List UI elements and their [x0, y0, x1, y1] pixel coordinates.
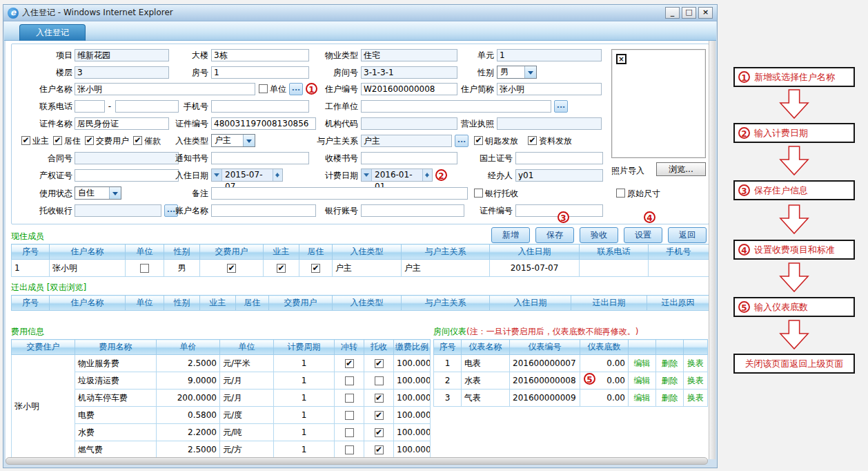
meter-delete-link[interactable]: 删除 — [662, 376, 678, 385]
down-arrow-icon — [778, 319, 810, 351]
room-no-input[interactable]: 1 — [211, 66, 309, 79]
reside-checkbox[interactable] — [53, 136, 62, 145]
material-issue-checkbox[interactable] — [528, 136, 537, 145]
fee-chongzhuan-checkbox[interactable] — [345, 411, 354, 420]
photo-browse-button[interactable]: 浏览... — [656, 162, 706, 176]
work-unit-browse-button[interactable]: ... — [554, 100, 568, 113]
checkin-date-picker[interactable]: 2015-07-07 — [211, 169, 283, 182]
fee-row[interactable]: 机动车停车费 200.0000 元/月 1 100.000 — [12, 390, 431, 407]
member-payer-checkbox[interactable] — [227, 264, 236, 273]
fee-row[interactable]: 水费 2.2000 元/吨 1 100.000 — [12, 424, 431, 441]
key-issue-checkbox[interactable] — [474, 136, 483, 145]
fee-tuoshou-checkbox[interactable] — [375, 445, 384, 454]
fee-chongzhuan-checkbox[interactable] — [345, 376, 354, 385]
meter-edit-link[interactable]: 编辑 — [634, 376, 651, 385]
close-button[interactable]: × — [698, 7, 713, 19]
notice-no-input[interactable] — [211, 152, 309, 164]
work-unit-input[interactable] — [361, 100, 551, 113]
vertical-scrollbar[interactable] — [709, 41, 716, 459]
current-member-row[interactable]: 1 张小明 男 户主 户主 2015-07-07 — [12, 260, 709, 277]
business-license-label: 营业执照 — [443, 117, 494, 130]
meter-row[interactable]: 1 电表 201600000007 0.00 编辑 删除 换表 — [434, 355, 708, 372]
owner-checkbox[interactable] — [21, 136, 30, 145]
meter-swap-link[interactable]: 换表 — [687, 358, 704, 368]
fee-chongzhuan-checkbox[interactable] — [345, 445, 354, 454]
cert-no-input[interactable]: 480031197008130856 — [211, 117, 316, 130]
bank-collect-checkbox[interactable] — [474, 189, 483, 198]
unit-input[interactable]: 1 — [497, 49, 602, 61]
minimize-button[interactable]: _ — [665, 7, 680, 19]
householder-rel-input[interactable]: 户主 — [361, 135, 452, 147]
accept-button[interactable]: 验收 — [580, 227, 618, 243]
dunning-checkbox[interactable] — [133, 136, 142, 145]
fee-tuoshou-checkbox[interactable] — [375, 394, 384, 403]
land-cert-no-input[interactable] — [515, 152, 603, 164]
operator-label: 经办人 — [456, 169, 513, 182]
meter-edit-link[interactable]: 编辑 — [634, 358, 651, 368]
step-4-number: 4 — [738, 244, 750, 256]
meter-edit-link[interactable]: 编辑 — [634, 393, 651, 403]
meter-swap-link[interactable]: 换表 — [687, 376, 704, 385]
meter-swap-link[interactable]: 换表 — [687, 393, 704, 403]
current-members-header-row: 序号 住户名称 单位 性别 交费用户 业主 居住 入住类型 与户主关系 入住日期… — [12, 244, 709, 260]
fee-tuoshou-checkbox[interactable] — [375, 359, 384, 368]
member-unit-checkbox[interactable] — [140, 264, 149, 273]
collect-bank-input[interactable] — [75, 204, 161, 217]
member-reside-checkbox[interactable] — [311, 264, 320, 273]
account-name-input[interactable] — [211, 204, 316, 217]
project-input[interactable]: 维新花园 — [75, 49, 169, 61]
usage-status-select[interactable]: 自住 — [75, 186, 121, 200]
fee-row[interactable]: 电费 0.5800 元/度 1 100.000 — [12, 407, 431, 424]
meter-row[interactable]: 3 气表 201600000009 0.00 编辑 删除 换表 — [434, 390, 708, 407]
gender-select[interactable]: 男 — [497, 66, 537, 79]
remark-input[interactable] — [211, 187, 468, 200]
billing-date-spinner[interactable] — [422, 169, 432, 181]
step-5-number: 5 — [738, 301, 750, 313]
billing-date-picker[interactable]: 2016-01-01 — [361, 169, 433, 182]
fee-chongzhuan-checkbox[interactable] — [345, 394, 354, 403]
property-cert-no-input[interactable] — [75, 169, 179, 182]
fee-chongzhuan-checkbox[interactable] — [345, 359, 354, 368]
member-owner-checkbox[interactable] — [277, 264, 286, 273]
contract-no-input[interactable] — [75, 152, 179, 164]
return-button[interactable]: 返回 — [668, 227, 707, 243]
resident-name-input[interactable]: 张小明 — [75, 83, 255, 95]
cert-name-input[interactable]: 居民身份证 — [75, 117, 169, 130]
billing-date-dropdown-icon[interactable] — [362, 169, 372, 181]
contact-phone-area-input[interactable] — [75, 100, 105, 113]
original-size-checkbox[interactable] — [616, 189, 625, 198]
unit-checkbox[interactable] — [259, 84, 268, 93]
mobile-input[interactable] — [211, 100, 309, 113]
fee-row[interactable]: 张小明 物业服务费 2.5000 元/平米 1 100.000 — [12, 355, 431, 372]
bank-account-input[interactable] — [361, 204, 464, 217]
payer-checkbox[interactable] — [85, 136, 94, 145]
fee-row[interactable]: 燃气费 2.5000 元/方 1 100.000 — [12, 441, 431, 459]
receipt-no-input[interactable] — [361, 152, 457, 164]
save-button[interactable]: 保存 — [535, 227, 574, 243]
fee-tuoshou-checkbox[interactable] — [375, 428, 384, 437]
business-license-input[interactable] — [497, 117, 602, 130]
fee-tuoshou-checkbox[interactable] — [375, 411, 384, 420]
annotation-3: 3 — [558, 211, 569, 223]
checkin-date-dropdown-icon[interactable] — [212, 169, 222, 181]
resident-name-browse-button[interactable]: ... — [289, 83, 303, 95]
resident-short-input[interactable]: 张小明 — [497, 83, 602, 95]
fee-tuoshou-checkbox[interactable] — [375, 376, 384, 385]
checkin-date-spinner[interactable] — [273, 169, 282, 181]
checkin-type-select[interactable]: 户主 — [211, 134, 255, 147]
maximize-button[interactable]: □ — [682, 7, 696, 19]
add-button[interactable]: 新增 — [491, 227, 530, 243]
meter-delete-link[interactable]: 删除 — [662, 393, 678, 403]
horizontal-scrollbar[interactable] — [6, 457, 708, 465]
settings-button[interactable]: 设置 — [624, 227, 662, 243]
tab-checkin[interactable]: 入住登记 — [19, 24, 86, 41]
floor-input[interactable]: 3 — [75, 66, 169, 79]
fee-row[interactable]: 垃圾清运费 9.0000 元/月 1 100.000 — [12, 372, 431, 390]
householder-rel-browse-button[interactable]: ... — [455, 135, 468, 147]
operator-input[interactable]: y01 — [515, 169, 603, 182]
meter-delete-link[interactable]: 删除 — [662, 358, 678, 368]
fee-chongzhuan-checkbox[interactable] — [345, 428, 354, 437]
annotation-4: 4 — [644, 211, 655, 223]
meter-row[interactable]: 2 水表 201600000008 0.00 编辑 删除 换表 — [434, 372, 708, 390]
building-input[interactable]: 3栋 — [211, 49, 309, 61]
